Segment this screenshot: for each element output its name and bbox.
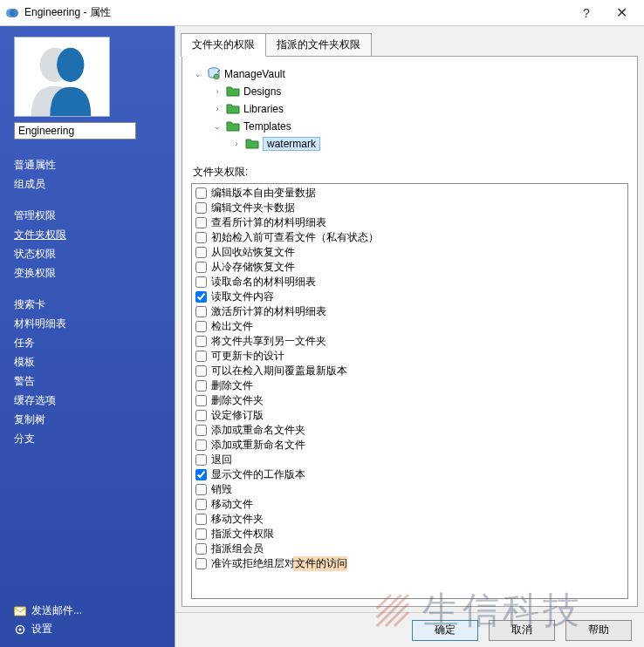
permission-item[interactable]: 初始检入前可查看文件（私有状态）: [195, 230, 624, 245]
nav-item[interactable]: 分支: [14, 429, 161, 448]
permission-item[interactable]: 读取命名的材料明细表: [195, 275, 624, 289]
ok-button[interactable]: 确定: [412, 620, 478, 641]
permission-checkbox[interactable]: [195, 247, 207, 258]
tab[interactable]: 指派的文件夹权限: [265, 33, 372, 57]
permission-item[interactable]: 编辑版本自由变量数据: [195, 186, 624, 201]
send-mail-link[interactable]: 发送邮件...: [14, 602, 161, 620]
group-name-input[interactable]: [14, 122, 136, 140]
nav-item[interactable]: 普通属性: [14, 155, 161, 174]
nav-item[interactable]: 警告: [14, 371, 161, 391]
permission-checkbox[interactable]: [195, 395, 207, 406]
permissions-list[interactable]: 编辑版本自由变量数据编辑文件夹卡数据查看所计算的材料明细表初始检入前可查看文件（…: [191, 183, 628, 599]
gear-icon: [14, 624, 26, 635]
permission-checkbox[interactable]: [195, 217, 207, 228]
nav-item[interactable]: 文件夹权限: [14, 225, 161, 244]
permission-label: 检出文件: [211, 319, 253, 334]
permission-checkbox[interactable]: [195, 380, 207, 392]
permission-item[interactable]: 从冷存储恢复文件: [195, 260, 624, 275]
tree-row[interactable]: ⌄ManageVault: [193, 65, 628, 83]
chevron-down-icon[interactable]: ⌄: [212, 121, 223, 132]
permission-item[interactable]: 检出文件: [195, 319, 624, 334]
tree-row[interactable]: ›Libraries: [193, 100, 628, 118]
settings-link[interactable]: 设置: [14, 620, 161, 638]
nav-item[interactable]: 组成员: [14, 174, 161, 194]
nav-item[interactable]: 缓存选项: [14, 391, 161, 410]
permission-checkbox[interactable]: [195, 484, 207, 495]
chevron-down-icon[interactable]: ⌄: [193, 69, 203, 79]
nav-item[interactable]: 状态权限: [14, 244, 161, 263]
permission-item[interactable]: 指派文件权限: [195, 527, 624, 541]
permission-item[interactable]: 显示文件的工作版本: [195, 467, 624, 482]
permission-checkbox[interactable]: [195, 262, 207, 273]
permission-checkbox[interactable]: [195, 410, 207, 421]
permission-label: 添加或重命名文件夹: [211, 423, 305, 438]
help-button-bottom[interactable]: 帮助: [565, 620, 632, 641]
permission-checkbox[interactable]: [195, 425, 207, 436]
permission-item[interactable]: 读取文件内容: [195, 289, 624, 304]
permission-checkbox[interactable]: [195, 514, 207, 525]
permission-checkbox[interactable]: [195, 543, 207, 555]
permission-checkbox[interactable]: [195, 306, 207, 317]
nav-item[interactable]: 任务: [14, 333, 161, 352]
permission-item[interactable]: 删除文件: [195, 378, 624, 393]
folder-tree[interactable]: ⌄ManageVault›Designs›Libraries⌄Templates…: [191, 64, 628, 161]
permission-checkbox[interactable]: [195, 336, 207, 347]
permission-label: 编辑版本自由变量数据: [211, 186, 316, 201]
nav-item[interactable]: 管理权限: [14, 206, 161, 225]
nav-item[interactable]: 材料明细表: [14, 314, 161, 333]
tab[interactable]: 文件夹的权限: [181, 33, 266, 57]
chevron-right-icon[interactable]: ›: [212, 104, 223, 114]
permission-item[interactable]: 指派组会员: [195, 541, 624, 556]
chevron-right-icon[interactable]: ›: [231, 139, 242, 149]
nav-item[interactable]: 复制树: [14, 410, 161, 429]
permission-item[interactable]: 设定修订版: [195, 408, 624, 423]
nav-item[interactable]: 变换权限: [14, 263, 161, 283]
permission-item[interactable]: 添加或重新命名文件: [195, 438, 624, 453]
permission-item[interactable]: 可以在检入期间覆盖最新版本: [195, 364, 624, 378]
tree-row[interactable]: ⌄Templates: [193, 118, 628, 135]
permission-item[interactable]: 将文件共享到另一文件夹: [195, 334, 624, 349]
permission-checkbox[interactable]: [195, 232, 207, 243]
nav-item[interactable]: 搜索卡: [14, 295, 161, 314]
permission-checkbox[interactable]: [195, 291, 207, 303]
permission-item[interactable]: 移动文件夹: [195, 512, 624, 527]
folder-icon: [207, 67, 221, 82]
sidebar: 普通属性组成员管理权限文件夹权限状态权限变换权限搜索卡材料明细表任务模板警告缓存…: [0, 26, 175, 647]
permission-item[interactable]: 准许或拒绝组层对文件的访问: [195, 556, 624, 571]
help-button[interactable]: ?: [569, 1, 604, 25]
nav-item[interactable]: 模板: [14, 352, 161, 371]
close-button[interactable]: ✕: [604, 1, 639, 25]
permission-label: 指派组会员: [211, 541, 264, 556]
permission-checkbox[interactable]: [195, 187, 207, 199]
tree-row[interactable]: ›watermark: [193, 135, 628, 153]
permission-checkbox[interactable]: [195, 365, 207, 377]
permission-item[interactable]: 激活所计算的材料明细表: [195, 304, 624, 319]
permission-checkbox[interactable]: [195, 528, 207, 540]
permission-item[interactable]: 退回: [195, 453, 624, 467]
permissions-heading: 文件夹权限:: [193, 165, 628, 180]
permission-checkbox[interactable]: [195, 276, 207, 288]
permission-item[interactable]: 查看所计算的材料明细表: [195, 215, 624, 230]
permission-item[interactable]: 添加或重命名文件夹: [195, 423, 624, 438]
cancel-button[interactable]: 取消: [489, 620, 555, 641]
chevron-right-icon[interactable]: ›: [212, 86, 223, 97]
permission-item[interactable]: 可更新卡的设计: [195, 349, 624, 364]
permission-item[interactable]: 销毁: [195, 482, 624, 497]
permission-item[interactable]: 删除文件夹: [195, 393, 624, 408]
permission-checkbox[interactable]: [195, 351, 207, 362]
permission-label: 将文件共享到另一文件夹: [211, 334, 326, 349]
permission-checkbox[interactable]: [195, 321, 207, 332]
permission-label: 移动文件夹: [211, 512, 264, 527]
permission-checkbox[interactable]: [195, 454, 207, 466]
permission-checkbox[interactable]: [195, 558, 207, 569]
permission-checkbox[interactable]: [195, 469, 207, 480]
permission-item[interactable]: 编辑文件夹卡数据: [195, 201, 624, 215]
permission-item[interactable]: 移动文件: [195, 497, 624, 512]
tab-strip: 文件夹的权限指派的文件夹权限: [175, 26, 644, 57]
tree-row[interactable]: ›Designs: [193, 83, 628, 100]
permission-checkbox[interactable]: [195, 439, 207, 451]
permission-checkbox[interactable]: [195, 499, 207, 510]
permission-item[interactable]: 从回收站恢复文件: [195, 245, 624, 260]
window-title: Engineering - 属性: [24, 5, 569, 20]
permission-checkbox[interactable]: [195, 202, 207, 214]
